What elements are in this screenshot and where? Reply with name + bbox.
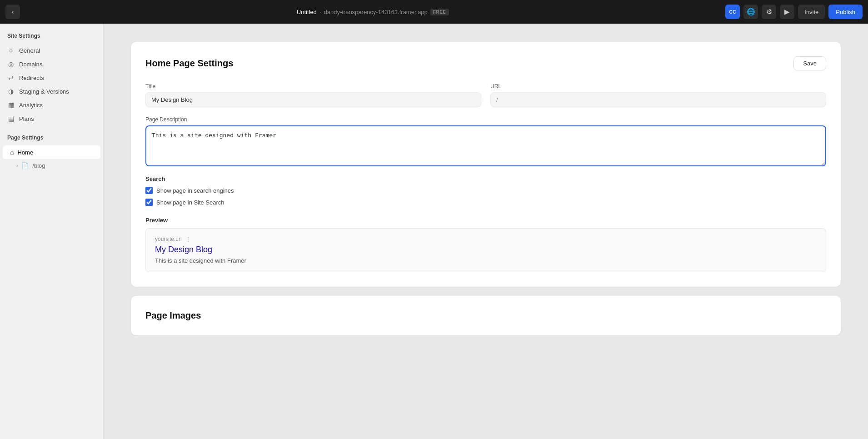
domains-icon: ◎ bbox=[7, 60, 15, 68]
sidebar-item-redirects[interactable]: ⇄ Redirects bbox=[0, 71, 103, 85]
free-badge: FREE bbox=[430, 9, 449, 15]
sidebar-item-label: Analytics bbox=[19, 102, 43, 109]
save-button[interactable]: Save bbox=[793, 56, 826, 70]
back-icon: ‹ bbox=[12, 8, 14, 15]
content-area: Home Page Settings Save Title URL Page D… bbox=[104, 24, 868, 439]
play-icon: ▶ bbox=[784, 8, 790, 16]
site-search-row: Show page in Site Search bbox=[145, 199, 826, 206]
globe-button[interactable]: 🌐 bbox=[743, 5, 758, 19]
analytics-icon: ▦ bbox=[7, 101, 15, 109]
preview-box: yoursite.url ⋮ My Design Blog This is a … bbox=[145, 228, 826, 272]
plans-icon: ▤ bbox=[7, 115, 15, 122]
site-settings-title: Site Settings bbox=[0, 33, 103, 44]
blog-page-label: /blog bbox=[32, 162, 45, 169]
general-icon: ○ bbox=[7, 47, 15, 54]
search-engines-label: Show page in search engines bbox=[156, 187, 234, 194]
home-page-icon: ⌂ bbox=[10, 149, 14, 156]
play-button[interactable]: ▶ bbox=[780, 5, 794, 19]
site-search-label: Show page in Site Search bbox=[156, 199, 224, 206]
globe-icon: 🌐 bbox=[747, 8, 755, 16]
home-page-label: Home bbox=[17, 149, 33, 156]
search-engines-checkbox[interactable] bbox=[145, 187, 153, 194]
sidebar-divider bbox=[0, 125, 103, 135]
url-label: URL bbox=[490, 83, 826, 90]
sidebar-page-blog[interactable]: › 📄 /blog bbox=[3, 159, 100, 172]
preview-title-link[interactable]: My Design Blog bbox=[155, 245, 817, 254]
search-checkboxes: Show page in search engines Show page in… bbox=[145, 187, 826, 206]
staging-icon: ◑ bbox=[7, 88, 15, 95]
topbar-left: ‹ bbox=[5, 5, 20, 19]
sidebar-page-home[interactable]: ⌂ Home bbox=[3, 145, 100, 159]
title-url-row: Title URL bbox=[145, 83, 826, 107]
url-group: URL bbox=[490, 83, 826, 107]
topbar-center: Untitled · dandy-transparency-143163.fra… bbox=[297, 9, 449, 15]
save-label: Save bbox=[803, 60, 817, 67]
cc-label: CC bbox=[729, 10, 736, 15]
site-name: Untitled bbox=[297, 9, 317, 15]
blog-page-icon: 📄 bbox=[21, 162, 29, 169]
back-button[interactable]: ‹ bbox=[5, 5, 20, 19]
sidebar-item-staging[interactable]: ◑ Staging & Versions bbox=[0, 85, 103, 98]
cc-button[interactable]: CC bbox=[725, 5, 740, 19]
topbar: ‹ Untitled · dandy-transparency-143163.f… bbox=[0, 0, 868, 24]
page-images-card: Page Images bbox=[131, 296, 841, 335]
sidebar-item-analytics[interactable]: ▦ Analytics bbox=[0, 98, 103, 112]
search-section-label: Search bbox=[145, 175, 826, 182]
page-images-title: Page Images bbox=[145, 310, 201, 320]
chevron-right-icon: › bbox=[16, 163, 18, 168]
main-layout: Site Settings ○ General ◎ Domains ⇄ Redi… bbox=[0, 24, 868, 439]
card-header: Home Page Settings Save bbox=[145, 56, 826, 70]
title-group: Title bbox=[145, 83, 481, 107]
title-input[interactable] bbox=[145, 92, 481, 107]
sidebar-item-label: Domains bbox=[19, 61, 42, 68]
description-label: Page Description bbox=[145, 116, 826, 123]
description-textarea[interactable]: This is a site designed with Framer bbox=[145, 125, 826, 166]
preview-url-text: yoursite.url bbox=[155, 236, 182, 242]
sidebar-item-label: Staging & Versions bbox=[19, 88, 69, 95]
sidebar-item-general[interactable]: ○ General bbox=[0, 44, 103, 57]
search-engines-row: Show page in search engines bbox=[145, 187, 826, 194]
publish-button[interactable]: Publish bbox=[828, 5, 863, 19]
site-domain: dandy-transparency-143163.framer.app bbox=[324, 9, 427, 15]
preview-description: This is a site designed with Framer bbox=[155, 257, 246, 264]
sidebar-item-label: General bbox=[19, 47, 40, 54]
sidebar-item-label: Redirects bbox=[19, 75, 44, 81]
publish-label: Publish bbox=[836, 9, 855, 15]
card-title: Home Page Settings bbox=[145, 58, 233, 69]
url-input[interactable] bbox=[490, 92, 826, 107]
sidebar-item-domains[interactable]: ◎ Domains bbox=[0, 57, 103, 71]
preview-section-label: Preview bbox=[145, 217, 826, 224]
preview-url-row: yoursite.url ⋮ bbox=[155, 236, 817, 242]
sidebar: Site Settings ○ General ◎ Domains ⇄ Redi… bbox=[0, 24, 104, 439]
separator: · bbox=[319, 9, 321, 15]
invite-label: Invite bbox=[804, 9, 818, 15]
home-page-settings-card: Home Page Settings Save Title URL Page D… bbox=[131, 42, 841, 287]
gear-icon: ⚙ bbox=[766, 8, 772, 16]
redirects-icon: ⇄ bbox=[7, 74, 15, 81]
sidebar-item-label: Plans bbox=[19, 115, 34, 122]
description-group: Page Description This is a site designed… bbox=[145, 116, 826, 166]
topbar-right: CC 🌐 ⚙ ▶ Invite Publish bbox=[725, 5, 863, 19]
invite-button[interactable]: Invite bbox=[798, 5, 825, 19]
page-settings-title: Page Settings bbox=[0, 135, 103, 145]
gear-button[interactable]: ⚙ bbox=[762, 5, 776, 19]
preview-url-dots-icon: ⋮ bbox=[185, 236, 191, 242]
title-label: Title bbox=[145, 83, 481, 90]
sidebar-item-plans[interactable]: ▤ Plans bbox=[0, 112, 103, 125]
site-search-checkbox[interactable] bbox=[145, 199, 153, 206]
